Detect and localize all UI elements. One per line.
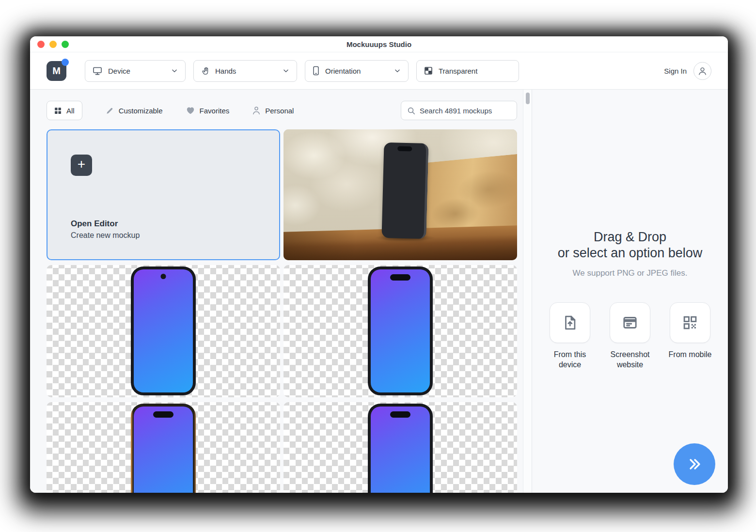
mockup-card-transparent-iphone-gold[interactable] <box>47 402 280 493</box>
chevron-down-icon <box>394 67 401 74</box>
traffic-lights <box>37 36 69 52</box>
app-logo[interactable]: M <box>47 61 66 81</box>
search-input[interactable] <box>420 107 511 115</box>
transparent-toggle[interactable]: Transparent <box>416 60 519 82</box>
phone-screen <box>371 269 430 392</box>
phone-frame <box>131 404 196 493</box>
person-icon <box>252 106 260 115</box>
open-editor-title: Open Editor <box>71 219 140 229</box>
scrollbar-thumb[interactable] <box>526 93 530 104</box>
supported-files-text: We support PNG or JPEG files. <box>573 268 688 278</box>
device-dropdown-label: Device <box>108 67 165 75</box>
phone-frame <box>368 404 433 493</box>
phone-screen <box>134 407 193 493</box>
account-avatar-button[interactable] <box>693 62 711 80</box>
hand-icon <box>201 66 209 76</box>
filter-favorites-label: Favorites <box>200 107 230 115</box>
monitor-icon <box>93 66 102 75</box>
punch-hole-camera <box>161 274 166 279</box>
dynamic-island <box>390 411 410 418</box>
mockup-card-phone-on-wooden-table[interactable] <box>284 129 517 260</box>
drag-drop-heading: Drag & Drop or select an option below <box>558 229 703 261</box>
photo-phone-screen <box>386 145 424 146</box>
upload-from-device-button[interactable] <box>550 302 590 343</box>
person-icon <box>697 66 708 76</box>
dynamic-island <box>397 146 412 152</box>
double-chevron-right-icon <box>686 457 703 471</box>
minimize-window-button[interactable] <box>49 41 57 48</box>
plus-icon: + <box>71 155 92 176</box>
transparent-toggle-label: Transparent <box>439 67 511 75</box>
drag-drop-heading-line1: Drag & Drop <box>558 229 703 245</box>
screenshot-website-button[interactable] <box>610 302 650 343</box>
filter-customizable-label: Customizable <box>119 107 163 115</box>
zoom-window-button[interactable] <box>62 41 69 48</box>
filter-tab-customizable[interactable]: Customizable <box>106 107 163 115</box>
phone-screen <box>134 269 193 392</box>
sign-in-link[interactable]: Sign In <box>664 67 687 75</box>
phone-screen <box>371 407 430 493</box>
screenshot-website-option[interactable]: Screenshot website <box>607 302 653 370</box>
phone-frame <box>368 266 433 395</box>
window-title: Mockuuups Studio <box>346 40 411 48</box>
chevron-down-icon <box>283 67 289 74</box>
hands-dropdown[interactable]: Hands <box>193 60 297 82</box>
filter-tab-all[interactable]: All <box>47 101 82 120</box>
dynamic-island <box>153 411 173 418</box>
orientation-dropdown[interactable]: Orientation <box>305 60 409 82</box>
upload-from-mobile-button[interactable] <box>670 302 710 343</box>
upload-from-device-option[interactable]: From this device <box>547 302 593 370</box>
close-window-button[interactable] <box>37 41 45 48</box>
device-dropdown[interactable]: Device <box>85 60 186 82</box>
hands-dropdown-label: Hands <box>215 67 277 75</box>
phone-frame <box>131 266 196 395</box>
titlebar: Mockuuups Studio <box>30 36 728 52</box>
smartphone-icon <box>313 66 319 76</box>
qr-code-icon <box>682 314 698 331</box>
filter-all-label: All <box>66 107 75 115</box>
mockup-card-transparent-iphone[interactable] <box>284 402 517 493</box>
vertical-scrollbar[interactable] <box>523 90 532 493</box>
browser-window-icon <box>622 314 638 331</box>
drag-drop-heading-line2: or select an option below <box>558 245 703 261</box>
orientation-dropdown-label: Orientation <box>325 67 388 75</box>
heart-icon <box>186 107 195 114</box>
mockup-gallery: All Customizable Favorites <box>30 90 523 493</box>
open-editor-card[interactable]: + Open Editor Create new mockup <box>47 129 280 260</box>
upload-from-mobile-label: From mobile <box>669 349 712 360</box>
pencil-icon <box>106 107 114 115</box>
upload-panel: Drag & Drop or select an option below We… <box>532 90 728 493</box>
upload-from-mobile-option[interactable]: From mobile <box>667 302 713 370</box>
photo-phone <box>381 142 428 239</box>
transparency-icon <box>424 66 433 75</box>
search-icon <box>407 107 415 115</box>
filter-personal-label: Personal <box>265 107 294 115</box>
dynamic-island <box>390 274 410 281</box>
notification-badge <box>62 59 69 66</box>
mockup-card-transparent-punch-hole-phone[interactable] <box>47 265 280 397</box>
filter-tab-favorites[interactable]: Favorites <box>186 107 230 115</box>
screenshot-website-label: Screenshot website <box>607 349 653 370</box>
grid-icon <box>54 107 62 114</box>
upload-from-device-label: From this device <box>547 349 593 370</box>
file-upload-icon <box>562 314 578 331</box>
toolbar: M Device Hands <box>30 52 728 90</box>
open-editor-subtitle: Create new mockup <box>71 231 140 240</box>
search-field <box>401 101 517 120</box>
filter-tab-personal[interactable]: Personal <box>252 106 294 115</box>
collapse-panel-button[interactable] <box>674 443 715 485</box>
mockup-card-transparent-iphone[interactable] <box>284 265 517 397</box>
chevron-down-icon <box>171 67 178 74</box>
app-window: Mockuuups Studio M Device Han <box>30 36 728 493</box>
